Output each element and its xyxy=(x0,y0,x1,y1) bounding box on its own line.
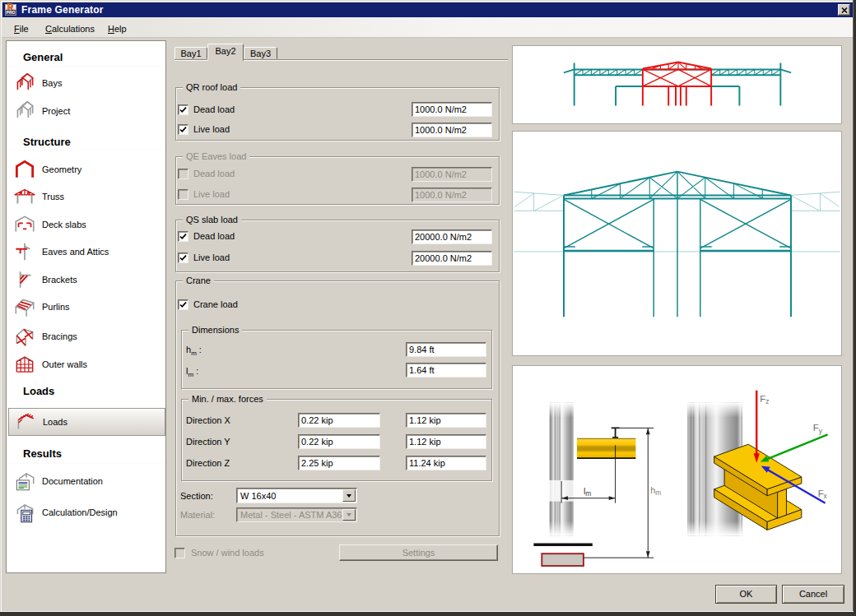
dimensions-legend: Dimensions xyxy=(188,325,242,335)
brackets-icon xyxy=(12,268,37,291)
lm-value-field[interactable] xyxy=(406,363,486,377)
direction-x-max-field[interactable] xyxy=(406,413,486,428)
qs-dead-load-value-field[interactable] xyxy=(412,229,492,244)
material-combobox[interactable]: Metal - Steel - ASTM A36 xyxy=(236,507,357,522)
qe-live-load-label: Live load xyxy=(193,189,230,200)
qe-eaves-load-legend: QE Eaves load xyxy=(183,151,249,161)
sidebar-item-eaves-and-attics[interactable]: Eaves and Attics xyxy=(8,239,165,265)
material-label: Material: xyxy=(180,510,215,521)
qe-live-load-value-field[interactable] xyxy=(412,188,492,202)
qr-live-load-label: Live load xyxy=(193,124,230,135)
direction-z-max-field[interactable] xyxy=(406,456,486,470)
sidebar-item-calculation-design[interactable]: Calculation/Design xyxy=(8,499,165,526)
tab-bay3[interactable]: Bay3 xyxy=(244,47,277,59)
chevron-down-icon xyxy=(347,513,351,519)
sidebar-item-label: Deck slabs xyxy=(42,220,86,229)
min-max-forces-legend: Min. / max. forces xyxy=(188,394,267,404)
qr-dead-load-label: Dead load xyxy=(193,104,235,115)
fz-force-label: Fz xyxy=(760,394,769,405)
qr-live-load-checkbox[interactable] xyxy=(178,124,188,135)
sidebar-item-loads[interactable]: Loads xyxy=(8,408,165,436)
fy-force-label: Fy xyxy=(813,423,823,434)
qe-dead-load-value-field[interactable] xyxy=(412,167,492,182)
close-icon xyxy=(841,7,848,13)
geometry-icon xyxy=(12,158,37,181)
sidebar-item-label: Brackets xyxy=(42,275,77,285)
sidebar-item-truss[interactable]: Truss xyxy=(8,183,165,210)
qs-live-load-checkbox[interactable] xyxy=(178,252,188,263)
calc-icon xyxy=(12,501,37,524)
direction-x-min-field[interactable] xyxy=(298,413,380,428)
section-combobox[interactable]: W 16x40 xyxy=(236,488,357,503)
sidebar-item-label: Bays xyxy=(42,78,62,88)
sidebar-item-outer-walls[interactable]: Outer walls xyxy=(8,351,165,377)
menu-calculations[interactable]: Calculations xyxy=(45,24,95,34)
material-dropdown-button[interactable] xyxy=(342,509,356,521)
qs-live-load-value-field[interactable] xyxy=(412,251,492,266)
sidebar-item-label: Geometry xyxy=(42,164,81,174)
crane-load-checkbox[interactable] xyxy=(178,299,188,310)
menu-help[interactable]: Help xyxy=(108,24,127,34)
sidebar-item-label: Project xyxy=(42,106,70,116)
direction-z-label: Direction Z xyxy=(186,458,230,469)
sidebar-item-brackets[interactable]: Brackets xyxy=(8,266,165,293)
qe-live-load-checkbox[interactable] xyxy=(178,189,188,200)
crane-legend: Crane xyxy=(183,276,214,285)
purlins-icon xyxy=(12,295,37,318)
settings-button[interactable]: Settings xyxy=(339,544,498,561)
qe-dead-load-checkbox[interactable] xyxy=(178,169,188,179)
sidebar-section-structure: Structure xyxy=(23,136,71,148)
qr-dead-load-checkbox[interactable] xyxy=(178,104,188,115)
sidebar-item-label: Loads xyxy=(43,417,67,427)
direction-y-max-field[interactable] xyxy=(406,434,486,449)
qr-live-load-value-field[interactable] xyxy=(412,123,492,137)
deck-icon xyxy=(12,213,37,236)
sidebar-section-general: General xyxy=(23,51,63,63)
direction-y-min-field[interactable] xyxy=(298,434,380,449)
fx-force-label: Fx xyxy=(818,489,828,500)
sidebar-item-bays[interactable]: Bays xyxy=(8,70,165,96)
menu-file[interactable]: File xyxy=(14,24,29,34)
sidebar-item-label: Documentation xyxy=(42,476,103,486)
sidebar-item-label: Outer walls xyxy=(42,359,87,369)
sidebar-item-deck-slabs[interactable]: Deck slabs xyxy=(8,211,165,238)
outerwalls-icon xyxy=(12,353,37,376)
section-value: W 16x40 xyxy=(240,491,276,501)
section-dropdown-button[interactable] xyxy=(342,489,356,502)
bracings-icon xyxy=(12,325,37,348)
sidebar-item-label: Calculation/Design xyxy=(42,507,118,517)
dimensions-group: Dimensions xyxy=(181,330,492,389)
tab-bay2[interactable]: Bay2 xyxy=(207,44,244,61)
qr-dead-load-value-field[interactable] xyxy=(412,102,492,117)
sidebar-item-bracings[interactable]: Bracings xyxy=(8,323,165,350)
truss-icon xyxy=(12,185,37,208)
sidebar-item-documentation[interactable]: Documentation xyxy=(8,468,165,494)
loads-icon xyxy=(13,410,38,433)
hm-value-field[interactable] xyxy=(406,342,486,357)
hm-dim-label: hm xyxy=(650,485,661,497)
cancel-button[interactable]: Cancel xyxy=(782,585,844,604)
sidebar-item-geometry[interactable]: Geometry xyxy=(8,156,165,183)
sidebar-item-project[interactable]: Project xyxy=(8,98,165,124)
direction-x-label: Direction X xyxy=(186,415,230,426)
qs-dead-load-checkbox[interactable] xyxy=(178,231,188,242)
divider xyxy=(7,463,165,464)
sidebar-item-purlins[interactable]: Purlins xyxy=(8,294,165,320)
direction-y-label: Direction Y xyxy=(186,437,230,447)
snow-wind-loads-checkbox[interactable] xyxy=(174,548,185,558)
tab-bay1[interactable]: Bay1 xyxy=(174,47,207,59)
frame-generator-dialog: { "colors": { "face": "#d5d1c9", "face-d… xyxy=(0,0,856,616)
hm-label: hm : xyxy=(186,345,202,359)
app-icon: PRO R xyxy=(4,3,17,16)
window-edge-bottom2 xyxy=(0,612,854,616)
qr-roof-load-legend: QR roof load xyxy=(183,82,240,92)
crane-load-label: Crane load xyxy=(193,299,238,310)
direction-z-min-field[interactable] xyxy=(298,456,380,470)
ok-button[interactable]: OK xyxy=(715,585,777,604)
divider xyxy=(7,150,165,151)
window-edge-top2 xyxy=(0,1,856,2)
documentation-icon xyxy=(12,470,37,493)
sidebar-item-label: Truss xyxy=(42,192,64,201)
close-button[interactable] xyxy=(838,4,850,16)
sidebar-section-results: Results xyxy=(23,447,62,460)
